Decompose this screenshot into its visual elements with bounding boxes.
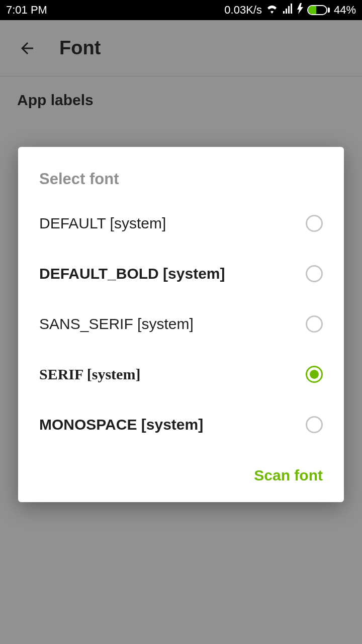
font-option-label: MONOSPACE [system] — [39, 416, 203, 433]
select-font-dialog: Select font DEFAULT [system] DEFAULT_BOL… — [18, 147, 344, 502]
radio-icon — [306, 265, 323, 282]
status-netspeed: 0.03K/s — [224, 4, 262, 17]
charging-icon — [297, 3, 303, 17]
radio-icon — [306, 215, 323, 232]
font-option-serif[interactable]: SERIF [system] — [39, 349, 323, 399]
font-option-label: SERIF [system] — [39, 366, 140, 383]
font-option-label: DEFAULT_BOLD [system] — [39, 265, 225, 282]
font-option-default-bold[interactable]: DEFAULT_BOLD [system] — [39, 249, 323, 299]
dialog-title: Select font — [18, 147, 344, 198]
signal-icon — [282, 4, 293, 17]
status-bar: 7:01 PM 0.03K/s 44% — [0, 0, 362, 20]
font-option-default[interactable]: DEFAULT [system] — [39, 198, 323, 249]
font-option-label: DEFAULT [system] — [39, 215, 166, 232]
radio-icon-selected — [306, 366, 323, 383]
font-option-monospace[interactable]: MONOSPACE [system] — [39, 399, 323, 450]
page: Font App labels Select font DEFAULT [sys… — [0, 20, 362, 644]
status-battery-pct: 44% — [334, 4, 356, 17]
font-option-sans-serif[interactable]: SANS_SERIF [system] — [39, 299, 323, 349]
radio-icon — [306, 315, 323, 333]
status-time: 7:01 PM — [6, 4, 47, 17]
scan-font-button[interactable]: Scan font — [254, 467, 323, 484]
font-options-list: DEFAULT [system] DEFAULT_BOLD [system] S… — [18, 198, 344, 450]
font-option-label: SANS_SERIF [system] — [39, 315, 194, 333]
radio-icon — [306, 416, 323, 433]
battery-icon — [307, 5, 330, 15]
wifi-icon — [266, 4, 278, 17]
